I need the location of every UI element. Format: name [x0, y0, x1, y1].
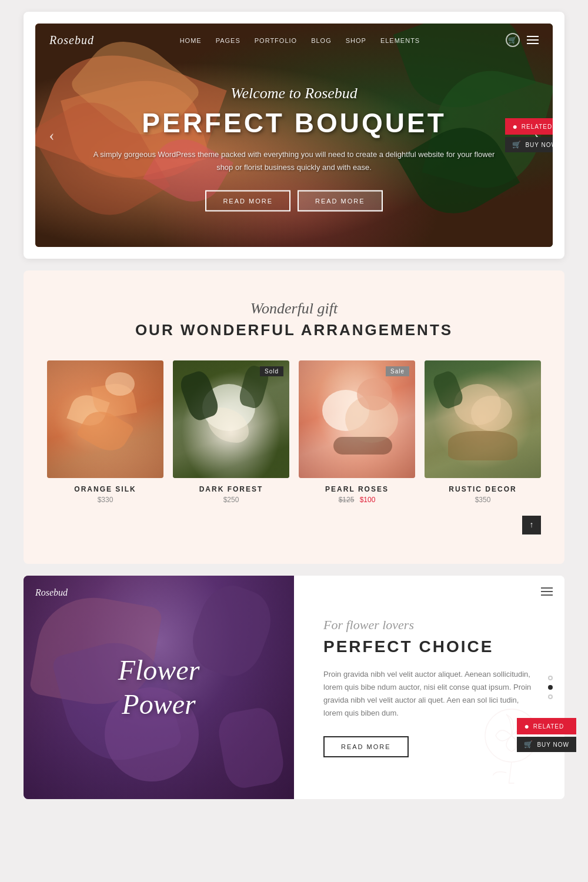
hero-prev-arrow[interactable]: ‹ — [41, 125, 62, 146]
products-grid: ORANGE SILK $330 Sold DARK FOREST $250 — [47, 360, 541, 504]
nav-pages[interactable]: PAGES — [216, 37, 240, 44]
hero-read-more-btn-1[interactable]: READ MORE — [205, 191, 290, 212]
product-img-placeholder-2 — [173, 360, 289, 478]
flower-power-image-text: FlowerPower — [118, 653, 200, 721]
product-image-orange-silk[interactable] — [47, 360, 163, 478]
product-img-placeholder-4 — [425, 360, 541, 478]
product-card-pearl-roses: Sale PEARL ROSES $125 $100 — [299, 360, 415, 504]
hero-read-more-btn-2[interactable]: READ MORE — [298, 191, 383, 212]
flower-power-wrapper: Rosebud FlowerPower For flower lovers PE… — [24, 576, 564, 799]
nav-home[interactable]: HOME — [180, 37, 202, 44]
flower-power-menu-icon[interactable] — [541, 587, 553, 596]
product-card-orange-silk: ORANGE SILK $330 — [47, 360, 163, 504]
hero-title: PERFECT BOUQUET — [87, 107, 501, 139]
flower-power-image: Rosebud FlowerPower — [24, 576, 294, 799]
hero-banner: Rosebud HOME PAGES PORTFOLIO BLOG SHOP E… — [35, 24, 553, 247]
product-img-placeholder-1 — [47, 360, 163, 478]
arrangements-script-title: Wonderful gift — [47, 300, 541, 318]
flower-power-section: Rosebud FlowerPower For flower lovers PE… — [24, 576, 564, 799]
flower-power-content: For flower lovers PERFECT CHOICE Proin g… — [294, 576, 564, 799]
nav-blog[interactable]: BLOG — [311, 37, 332, 44]
product-price-1: $330 — [98, 496, 113, 504]
arrangements-title: OUR WONDERFUL ARRANGEMENTS — [47, 321, 541, 339]
hero-related-btn[interactable]: ● RELATED — [505, 118, 553, 135]
hero-buttons: READ MORE READ MORE — [87, 191, 501, 212]
cart-icon[interactable]: 🛒 — [506, 33, 520, 47]
product-card-rustic-decor: RUSTIC DECOR $350 — [425, 360, 541, 504]
hero-sidebar-float: ● RELATED 🛒 BUY NOW — [505, 118, 553, 152]
arrangements-section: Wonderful gift OUR WONDERFUL ARRANGEMENT… — [24, 270, 564, 564]
hero-content: Welcome to Rosebud PERFECT BOUQUET A sim… — [87, 85, 501, 212]
product-img-placeholder-3 — [299, 360, 415, 478]
flower-power-heading: PERFECT CHOICE — [323, 637, 535, 656]
product-image-dark-forest[interactable]: Sold — [173, 360, 289, 478]
flower-power-read-more-btn[interactable]: READ MORE — [323, 736, 409, 757]
hero-navbar: Rosebud HOME PAGES PORTFOLIO BLOG SHOP E… — [35, 24, 553, 56]
nav-right: 🛒 — [506, 33, 539, 47]
flower-power-sub-title: For flower lovers — [323, 617, 535, 633]
hero-description: A simply gorgeous WordPress theme packed… — [87, 148, 501, 174]
flower-power-logo: Rosebud — [35, 587, 68, 598]
hero-buy-now-btn[interactable]: 🛒 BUY NOW — [505, 137, 553, 152]
product-name-4: RUSTIC DECOR — [449, 485, 516, 493]
nav-shop[interactable]: SHOP — [346, 37, 366, 44]
product-image-pearl-roses[interactable]: Sale — [299, 360, 415, 478]
product-sale-price-3: $100 — [360, 496, 376, 504]
nav-portfolio[interactable]: PORTFOLIO — [255, 37, 297, 44]
product-image-rustic-decor[interactable] — [425, 360, 541, 478]
flower-power-overlay-text: FlowerPower — [118, 653, 200, 721]
product-name-1: ORANGE SILK — [74, 485, 136, 493]
dot-1[interactable] — [548, 676, 553, 680]
product-price-4: $350 — [475, 496, 491, 504]
product-price-3: $125 $100 — [339, 496, 376, 504]
dot-2-active[interactable] — [548, 685, 553, 690]
hero-script-subtitle: Welcome to Rosebud — [87, 85, 501, 102]
flower-power-buy-btn[interactable]: 🛒 BUY NOW — [517, 737, 576, 752]
flower-power-sidebar-float: ● RELATED 🛒 BUY NOW — [517, 718, 576, 752]
site-logo[interactable]: Rosebud — [49, 34, 94, 47]
nav-elements[interactable]: ELEMENTS — [380, 37, 420, 44]
product-card-dark-forest: Sold DARK FOREST $250 — [173, 360, 289, 504]
product-badge-sold: Sold — [260, 366, 283, 376]
product-name-2: DARK FOREST — [199, 485, 263, 493]
nav-links: HOME PAGES PORTFOLIO BLOG SHOP ELEMENTS — [180, 35, 420, 45]
product-name-3: PEARL ROSES — [325, 485, 389, 493]
hero-section: Rosebud HOME PAGES PORTFOLIO BLOG SHOP E… — [24, 12, 564, 259]
scroll-to-top-btn[interactable]: ↑ — [522, 516, 541, 534]
product-price-2: $250 — [223, 496, 239, 504]
product-badge-sale: Sale — [386, 366, 409, 376]
hamburger-menu-icon[interactable] — [527, 36, 539, 44]
flower-power-related-btn[interactable]: ● RELATED — [517, 718, 576, 734]
product-original-price-3: $125 — [339, 496, 355, 504]
